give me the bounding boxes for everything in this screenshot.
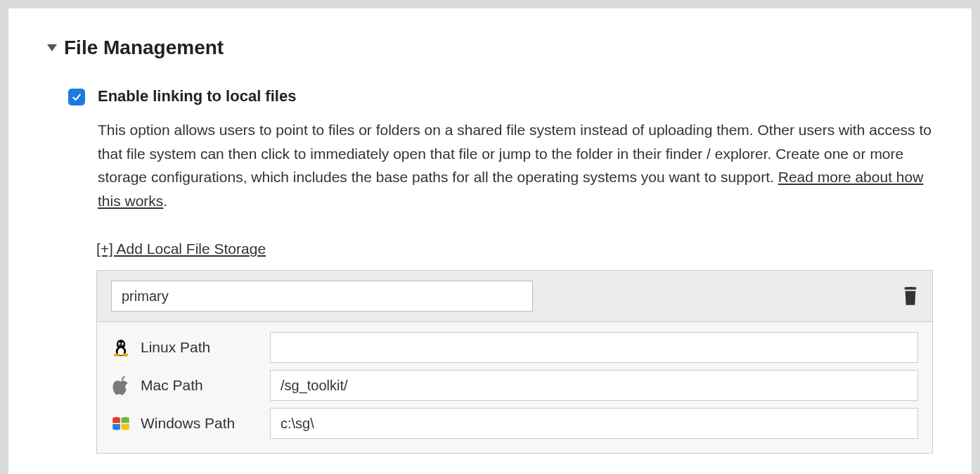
svg-point-7 — [119, 344, 120, 345]
section-title: File Management — [64, 37, 224, 59]
windows-path-label: Windows Path — [141, 415, 260, 432]
linux-icon — [111, 338, 131, 357]
path-rows: Linux Path Mac Path — [97, 322, 932, 453]
section-header: File Management — [47, 37, 933, 59]
storage-header — [97, 271, 932, 322]
enable-linking-label: Enable linking to local files — [98, 87, 296, 105]
storage-config: Linux Path Mac Path — [96, 270, 933, 454]
svg-rect-1 — [908, 287, 913, 288]
add-local-file-storage-link[interactable]: [+] Add Local File Storage — [96, 241, 266, 257]
windows-icon — [111, 414, 131, 433]
storage-name-input[interactable] — [111, 281, 533, 312]
option-description: This option allows users to point to fil… — [98, 118, 933, 212]
svg-point-8 — [122, 344, 123, 345]
linux-path-row: Linux Path — [111, 332, 918, 363]
enable-linking-option: Enable linking to local files — [68, 87, 933, 105]
mac-path-input[interactable] — [270, 370, 918, 401]
mac-path-row: Mac Path — [111, 370, 918, 401]
settings-panel: File Management Enable linking to local … — [8, 8, 972, 474]
disclosure-triangle-icon[interactable] — [47, 44, 57, 51]
mac-path-label: Mac Path — [141, 377, 260, 394]
description-suffix: . — [163, 193, 167, 209]
mac-icon — [111, 376, 131, 395]
trash-icon[interactable] — [903, 287, 918, 305]
linux-path-label: Linux Path — [141, 339, 260, 356]
svg-point-9 — [114, 354, 120, 357]
windows-path-row: Windows Path — [111, 408, 918, 439]
svg-point-10 — [122, 354, 128, 357]
windows-path-input[interactable] — [270, 408, 918, 439]
enable-linking-checkbox[interactable] — [68, 89, 85, 105]
linux-path-input[interactable] — [270, 332, 918, 363]
